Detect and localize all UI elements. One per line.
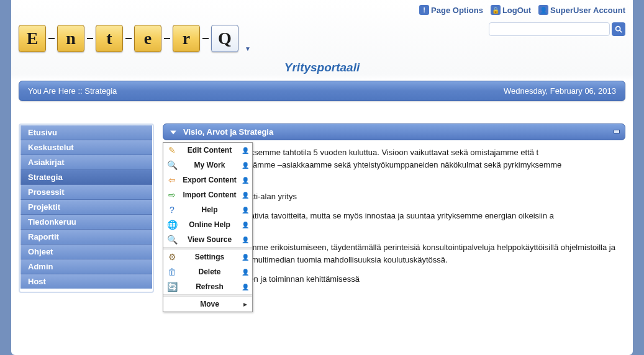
menu-item[interactable]: ?Help👤 bbox=[163, 202, 252, 217]
user-scope-icon: 👤 bbox=[238, 254, 252, 261]
refresh-icon: 🔄 bbox=[163, 282, 181, 292]
sidebar-item[interactable]: Keskustelut bbox=[20, 140, 152, 155]
submenu-caret-icon: ▸ bbox=[238, 300, 252, 308]
breadcrumb-date: Wednesday, February 06, 2013 bbox=[504, 86, 616, 96]
user-scope-icon: 👤 bbox=[238, 207, 252, 213]
page-options-link[interactable]: !Page Options bbox=[419, 5, 483, 15]
breadcrumb-prefix: You Are Here :: bbox=[28, 86, 83, 96]
menu-item-label: Move bbox=[181, 300, 238, 308]
sidebar-item[interactable]: Prosessit bbox=[20, 185, 152, 200]
menu-item-label: Help bbox=[181, 205, 238, 214]
gear-icon: ⚙ bbox=[163, 252, 181, 262]
globe-icon: 🌐 bbox=[163, 220, 181, 230]
minimize-icon[interactable] bbox=[614, 130, 620, 133]
module-title: Visio, Arvot ja Strategia bbox=[183, 127, 273, 137]
logo-tile: r bbox=[173, 25, 200, 52]
menu-item[interactable]: 🔄Refresh👤 bbox=[163, 279, 252, 294]
menu-item-label: Delete bbox=[181, 267, 238, 276]
user-scope-icon: 👤 bbox=[238, 269, 252, 276]
menu-item[interactable]: ⇦Export Content👤 bbox=[163, 173, 252, 187]
menu-item-label: Export Content bbox=[181, 176, 238, 184]
svg-line-1 bbox=[620, 30, 622, 33]
help-icon: ? bbox=[163, 205, 181, 215]
svg-point-0 bbox=[616, 27, 620, 31]
pencil-icon: ✎ bbox=[163, 145, 181, 155]
menu-item[interactable]: 🗑Delete👤 bbox=[163, 264, 252, 279]
portal-title: Yritysportaali bbox=[19, 61, 625, 74]
lock-icon: 🔒 bbox=[491, 5, 501, 15]
sidebar-item[interactable]: Projektit bbox=[20, 200, 152, 215]
search-button[interactable] bbox=[612, 22, 625, 36]
sidebar-item[interactable]: Strategia bbox=[20, 170, 152, 185]
logo-tile: e bbox=[134, 25, 161, 52]
search-input[interactable] bbox=[489, 22, 610, 36]
search-icon: 🔍 bbox=[163, 235, 181, 245]
menu-item-label: Settings bbox=[181, 253, 238, 261]
import-icon: ⇨ bbox=[163, 190, 181, 200]
logo-dropdown-caret[interactable]: ▼ bbox=[245, 45, 251, 52]
sidebar-item[interactable]: Admin bbox=[20, 259, 152, 274]
export-icon: ⇦ bbox=[163, 175, 181, 185]
menu-item[interactable]: ✎Edit Content👤 bbox=[163, 143, 252, 158]
sidebar: EtusivuKeskustelutAsiakirjatStrategiaPro… bbox=[19, 124, 154, 293]
sidebar-item[interactable]: Asiakirjat bbox=[20, 155, 152, 170]
logout-link[interactable]: 🔒LogOut bbox=[491, 5, 531, 15]
menu-item[interactable]: Move▸ bbox=[163, 297, 252, 312]
menu-item[interactable]: 🌐Online Help👤 bbox=[163, 217, 252, 232]
sidebar-item[interactable]: Etusivu bbox=[20, 125, 152, 140]
trash-icon: 🗑 bbox=[163, 267, 181, 277]
user-scope-icon: 👤 bbox=[238, 222, 252, 228]
menu-item-label: Import Content bbox=[181, 191, 238, 199]
page-options-label: Page Options bbox=[431, 6, 483, 15]
logo-tile: E bbox=[19, 25, 46, 52]
account-label: SuperUser Account bbox=[550, 6, 625, 15]
menu-item-label: My Work bbox=[181, 161, 238, 169]
menu-item[interactable]: 🔍View Source👤 bbox=[163, 232, 252, 247]
menu-item[interactable]: 🔍My Work👤 bbox=[163, 158, 252, 173]
menu-item-label: Online Help bbox=[181, 220, 238, 229]
menu-item-label: View Source bbox=[181, 235, 238, 244]
menu-item[interactable]: ⚙Settings👤 bbox=[163, 249, 252, 264]
sidebar-item[interactable]: Raportit bbox=[20, 230, 152, 245]
logo-tile: n bbox=[57, 25, 84, 52]
user-icon: 👤 bbox=[538, 5, 548, 15]
module-header[interactable]: Visio, Arvot ja Strategia bbox=[163, 124, 625, 140]
menu-item-label: Edit Content bbox=[181, 146, 238, 155]
user-scope-icon: 👤 bbox=[238, 284, 252, 290]
menu-item-label: Refresh bbox=[181, 282, 238, 291]
breadcrumb-current: Strategia bbox=[84, 86, 117, 96]
chevron-down-icon[interactable] bbox=[170, 128, 177, 136]
logo-tile: Q bbox=[211, 25, 238, 52]
svg-marker-2 bbox=[170, 130, 176, 134]
user-scope-icon: 👤 bbox=[238, 236, 252, 243]
user-scope-icon: 👤 bbox=[238, 162, 252, 169]
sidebar-item[interactable]: Ohjeet bbox=[20, 245, 152, 259]
search-icon: 🔍 bbox=[163, 160, 181, 170]
logo-tile: t bbox=[96, 25, 123, 52]
user-scope-icon: 👤 bbox=[238, 147, 252, 154]
sidebar-item[interactable]: Tiedonkeruu bbox=[20, 215, 152, 230]
logout-label: LogOut bbox=[502, 6, 531, 15]
menu-item[interactable]: ⇨Import Content👤 bbox=[163, 187, 252, 202]
breadcrumb: You Are Here :: Strategia Wednesday, Feb… bbox=[19, 81, 625, 101]
info-icon: ! bbox=[419, 5, 429, 15]
context-menu: ✎Edit Content👤🔍My Work👤⇦Export Content👤⇨… bbox=[163, 142, 253, 312]
account-link[interactable]: 👤SuperUser Account bbox=[538, 5, 625, 15]
sidebar-item[interactable]: Host bbox=[20, 274, 152, 289]
user-scope-icon: 👤 bbox=[238, 177, 252, 184]
search-icon bbox=[614, 25, 623, 34]
user-scope-icon: 👤 bbox=[238, 192, 252, 199]
